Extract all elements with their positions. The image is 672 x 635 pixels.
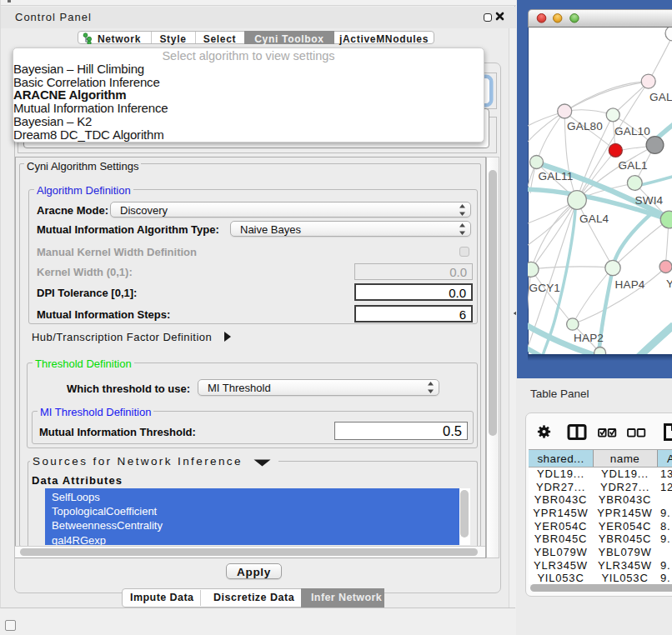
svg-text:GAL80: GAL80 <box>567 120 603 132</box>
svg-text:GAL10: GAL10 <box>614 125 650 138</box>
svg-text:GAL2: GAL2 <box>649 91 672 103</box>
svg-text:HAP4: HAP4 <box>615 278 645 291</box>
svg-text:SWI4: SWI4 <box>635 194 664 207</box>
svg-text:HAP2: HAP2 <box>574 332 604 344</box>
svg-text:GAL11: GAL11 <box>539 170 574 182</box>
svg-text:Y: Y <box>666 278 672 290</box>
svg-text:GCY1: GCY1 <box>529 282 561 294</box>
svg-text:GAL1: GAL1 <box>619 159 648 172</box>
svg-text:GAL4: GAL4 <box>579 212 609 225</box>
